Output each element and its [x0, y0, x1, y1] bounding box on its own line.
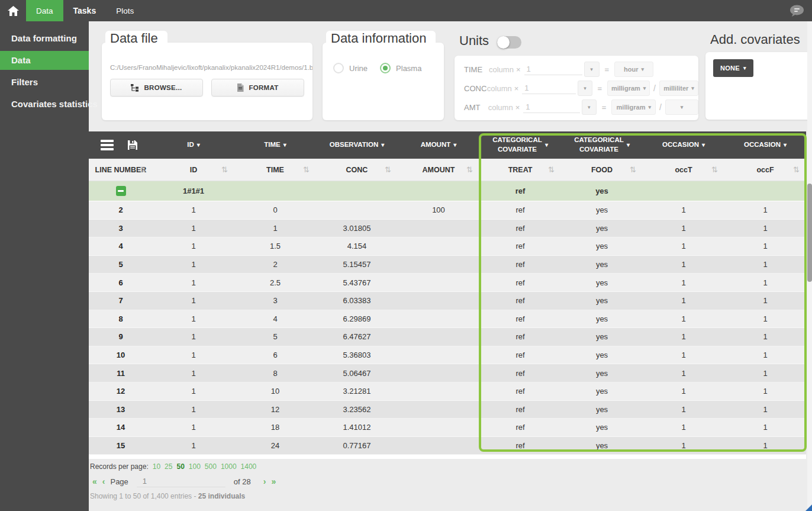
tab-plots[interactable]: Plots: [106, 0, 144, 21]
page-input[interactable]: [137, 475, 225, 487]
amt-unit-denominator-dropdown[interactable]: ▾: [665, 99, 698, 115]
table-row[interactable]: 11185.06467refyes11: [89, 364, 806, 383]
home-button[interactable]: [0, 0, 26, 21]
caret-down-icon: ▾: [691, 86, 694, 91]
page-label: Page: [110, 477, 128, 486]
cell-food: yes: [561, 419, 643, 436]
save-button[interactable]: [128, 140, 137, 150]
time-unit-dropdown[interactable]: hour▾: [614, 62, 653, 77]
amt-factor-dropdown[interactable]: ▾: [582, 99, 597, 115]
table-row[interactable]: 141181.41012refyes11: [89, 419, 806, 437]
group-header-observation[interactable]: OBSERVATION▾: [316, 131, 398, 159]
none-dropdown-button[interactable]: NONE ▾: [713, 59, 753, 77]
table-row[interactable]: 411.54.154refyes11: [89, 237, 806, 256]
sidebar-item-data[interactable]: Data: [0, 51, 89, 70]
plasma-radio[interactable]: [380, 63, 391, 73]
group-header-categorical-covariate-1[interactable]: CATEGORICAL COVARIATE▾: [479, 131, 561, 159]
table-row[interactable]: 151240.77167refyes11: [89, 437, 806, 455]
records-option-50[interactable]: 50: [176, 462, 184, 471]
table-row[interactable]: 5125.15457refyes11: [89, 256, 806, 274]
showing-text: Showing 1 to 50 of 1,400 entries -: [90, 492, 198, 500]
conc-unit-numerator-dropdown[interactable]: milligram▾: [607, 81, 650, 96]
table-row[interactable]: 210100refyes11: [89, 201, 806, 220]
column-header-occt[interactable]: occT⇅: [643, 159, 724, 181]
column-header-id[interactable]: ID⇅: [153, 159, 234, 181]
cell-occF: 1: [724, 328, 806, 346]
individual-id-label: 1#1#1: [153, 181, 234, 201]
table-row[interactable]: 612.55.43767refyes11: [89, 274, 806, 292]
amt-column-word: column: [488, 103, 513, 112]
cell-time: 12: [234, 401, 316, 419]
conc-unit-denominator-dropdown[interactable]: milliliter▾: [659, 81, 698, 96]
conc-factor-dropdown[interactable]: ▾: [578, 81, 592, 96]
cell-id: 1: [153, 237, 234, 255]
format-button[interactable]: FORMAT: [211, 79, 304, 97]
slash-sign: /: [653, 83, 656, 93]
menu-icon[interactable]: [101, 140, 114, 150]
chat-button[interactable]: [790, 0, 812, 21]
collapse-minus-button[interactable]: [116, 186, 126, 196]
group-header-label: OCCASION: [744, 140, 781, 150]
first-page-button[interactable]: «: [92, 477, 97, 486]
records-option-100[interactable]: 100: [189, 462, 201, 471]
table-row[interactable]: 131123.23562refyes11: [89, 401, 806, 419]
units-toggle[interactable]: [497, 36, 521, 49]
cell-treat: ref: [479, 256, 561, 274]
sidebar-item-covariates-statistics[interactable]: Covariates statistics: [0, 95, 89, 114]
urine-radio-label: Urine: [349, 64, 368, 73]
records-option-25[interactable]: 25: [165, 462, 172, 471]
conc-factor-input[interactable]: 1: [522, 82, 576, 94]
amt-unit-numerator-dropdown[interactable]: milligram▾: [611, 99, 656, 115]
scrollbar-thumb[interactable]: [807, 184, 812, 282]
table-row[interactable]: 3113.01805refyes11: [89, 220, 806, 238]
cell-occF: 1: [724, 383, 806, 400]
group-header-amount[interactable]: AMOUNT▾: [398, 131, 479, 159]
next-page-button[interactable]: ›: [263, 477, 266, 486]
table-row[interactable]: 10165.36803refyes11: [89, 346, 806, 365]
column-header-amount[interactable]: AMOUNT⇅: [398, 159, 479, 181]
cell-food: yes: [561, 256, 643, 274]
column-header-time[interactable]: TIME⇅: [234, 159, 316, 181]
group-header-id[interactable]: ID▾: [153, 131, 234, 159]
individual-summary-row[interactable]: 1#1#1 ref yes: [89, 181, 806, 201]
records-option-1400[interactable]: 1400: [241, 462, 257, 471]
group-header-time[interactable]: TIME▾: [234, 131, 316, 159]
group-header-occasion-2[interactable]: OCCASION▾: [724, 131, 806, 159]
vertical-scrollbar[interactable]: [807, 21, 812, 511]
prev-page-button[interactable]: ‹: [102, 477, 105, 486]
column-header-conc[interactable]: CONC⇅: [316, 159, 398, 181]
table-row[interactable]: 9156.47627refyes11: [89, 328, 806, 346]
cell-conc: [316, 201, 398, 219]
browse-button[interactable]: BROWSE...: [110, 79, 203, 97]
last-page-button[interactable]: »: [271, 477, 276, 486]
table-row[interactable]: 7136.03383refyes11: [89, 292, 806, 310]
amt-factor-input[interactable]: 1: [523, 101, 579, 113]
window-resize-grip[interactable]: [805, 504, 812, 511]
table-row[interactable]: 8146.29869refyes11: [89, 310, 806, 329]
cell-amount: [398, 274, 479, 291]
cell-food: yes: [561, 220, 643, 237]
records-option-10[interactable]: 10: [153, 462, 160, 471]
tab-tasks[interactable]: Tasks: [63, 0, 107, 21]
time-factor-dropdown[interactable]: ▾: [584, 62, 600, 77]
column-header-food[interactable]: FOOD⇅: [561, 159, 643, 181]
plasma-radio-label: Plasma: [396, 64, 421, 73]
time-column-word: column: [489, 65, 514, 74]
time-factor-input[interactable]: 1: [524, 63, 582, 75]
records-option-500[interactable]: 500: [205, 462, 217, 471]
equals-sign: =: [598, 84, 602, 93]
caret-down-icon: ▾: [584, 86, 587, 91]
column-header-line-number[interactable]: LINE NUMBER⇅: [89, 159, 153, 181]
cell-amount: [398, 346, 479, 364]
group-header-occasion-1[interactable]: OCCASION▾: [643, 131, 724, 159]
group-header-categorical-covariate-2[interactable]: CATEGORICAL COVARIATE▾: [561, 131, 643, 159]
records-option-1000[interactable]: 1000: [221, 462, 237, 471]
tab-data[interactable]: Data: [26, 0, 63, 21]
urine-radio[interactable]: [333, 63, 344, 73]
sidebar-item-data-formatting[interactable]: Data formatting: [0, 29, 89, 48]
column-header-occf[interactable]: occF⇅: [724, 159, 806, 181]
sidebar-item-filters[interactable]: Filters: [0, 73, 89, 92]
column-header-treat[interactable]: TREAT⇅: [479, 159, 561, 181]
table-row[interactable]: 121103.21281refyes11: [89, 383, 806, 401]
conc-unit-numerator-value: milligram: [611, 85, 640, 92]
